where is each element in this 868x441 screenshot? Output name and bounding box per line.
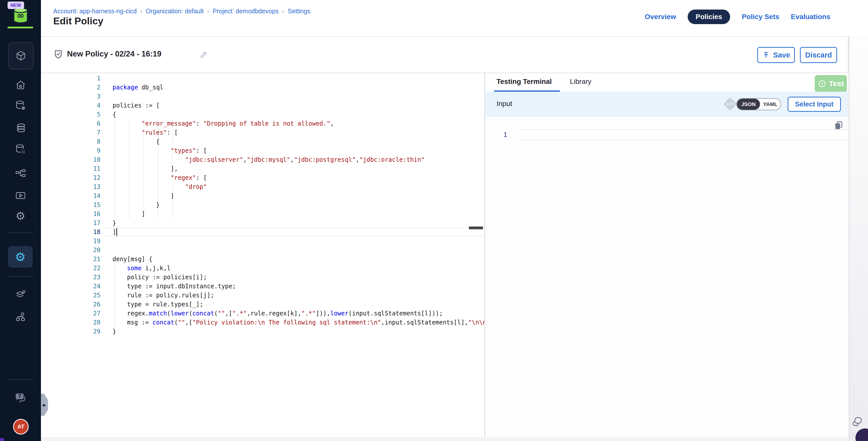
breadcrumb-project[interactable]: Project: demodbdevops — [213, 7, 279, 15]
user-avatar[interactable]: AT — [13, 419, 29, 435]
line-number: 11 — [41, 164, 104, 173]
input-json-editor[interactable]: 1 — [486, 117, 848, 437]
help-button[interactable]: ? — [0, 391, 41, 404]
code-line[interactable] — [113, 74, 485, 83]
play-circle-icon — [818, 80, 826, 88]
input-line-number: 1 — [486, 130, 507, 139]
code-line[interactable]: type := input.dbInstance.type; — [113, 282, 485, 291]
code-line[interactable]: } — [113, 327, 485, 336]
code-line[interactable]: } — [113, 200, 485, 210]
line-number: 12 — [41, 173, 104, 182]
line-number: 2 — [41, 83, 104, 92]
rego-code-editor[interactable]: 1234567891011121314151617181920212223242… — [41, 73, 485, 437]
sidebar-item-default-settings[interactable] — [0, 289, 41, 301]
line-number: 27 — [41, 309, 104, 318]
code-line[interactable]: ] — [113, 210, 485, 219]
harness-dbdevops-logo[interactable]: ∞ — [0, 7, 41, 24]
logo-underline — [7, 27, 33, 28]
select-input-label: Select Input — [795, 100, 833, 108]
sidebar-item-module-cube[interactable] — [8, 42, 34, 69]
feedback-button[interactable] — [851, 415, 864, 429]
code-line[interactable]: some i,j,k,l — [113, 264, 485, 273]
sidebar-nav: NEW ∞ — [0, 0, 41, 441]
chat-fab-partial[interactable] — [856, 429, 868, 441]
toggle-yaml[interactable]: YAML — [760, 99, 781, 110]
breadcrumb-separator: › — [207, 8, 209, 15]
code-line[interactable]: ] — [113, 227, 485, 237]
sidebar-item-executions[interactable] — [0, 190, 41, 201]
sidebar-item-project-settings[interactable]: ⚙ — [0, 211, 41, 221]
code-line[interactable]: regex.match(lower(concat("",[".*",rule.r… — [113, 309, 485, 318]
home-icon — [15, 79, 26, 91]
code-line[interactable]: "types": [ — [113, 146, 485, 155]
code-content[interactable]: package db_sqlpolicies := [{ "error_mess… — [113, 74, 485, 336]
tab-library[interactable]: Library — [570, 77, 591, 86]
line-number: 18 — [41, 227, 104, 237]
sidebar-item-db-instances[interactable] — [0, 144, 41, 155]
breadcrumb: Account: app-harness-ng-cicd › Organizat… — [53, 7, 310, 15]
play-media-icon — [15, 190, 26, 201]
tab-policies[interactable]: Policies — [688, 9, 731, 24]
sidebar-item-home[interactable] — [0, 79, 41, 91]
svg-text:?: ? — [18, 393, 21, 399]
database-grid-icon — [15, 144, 26, 155]
shield-check-icon — [53, 49, 64, 61]
code-line[interactable]: "regex": [ — [113, 173, 485, 182]
chevron-right-icon: ▶ — [43, 403, 46, 407]
sidebar-divider — [8, 232, 33, 233]
breadcrumb-organization[interactable]: Organization: default — [146, 7, 204, 15]
testing-panel-tabs: Testing Terminal Library Test — [486, 73, 848, 92]
org-gear-icon — [15, 311, 26, 322]
code-line[interactable]: "drop" — [113, 182, 485, 191]
sidebar-item-settings-active[interactable]: ⚙ — [8, 246, 33, 268]
code-line[interactable]: ], — [113, 164, 485, 173]
text-cursor — [116, 228, 117, 236]
code-line[interactable]: { — [113, 137, 485, 146]
code-line[interactable] — [113, 237, 485, 246]
svg-text:∞: ∞ — [17, 10, 24, 21]
upload-arrow-icon — [762, 51, 770, 59]
code-line[interactable]: "error_message": "Dropping of table is n… — [113, 119, 485, 128]
code-line[interactable]: msg := concat("",["Policy violation:\n T… — [113, 318, 485, 327]
sidebar-item-db-stack[interactable] — [0, 122, 41, 134]
edit-policy-name-button[interactable] — [199, 50, 209, 61]
sidebar-item-pipelines[interactable] — [0, 168, 41, 180]
line-number: 20 — [41, 246, 104, 255]
code-line[interactable]: "rules": [ — [113, 128, 485, 137]
policy-toolbar: New Policy - 02/24 - 16:19 Save Discard — [41, 37, 848, 73]
tab-overview[interactable]: Overview — [645, 13, 676, 21]
code-line[interactable]: package db_sql — [113, 83, 485, 92]
tab-evaluations[interactable]: Evaluations — [791, 13, 830, 21]
policy-editor-card: 1234567891011121314151617181920212223242… — [41, 73, 848, 437]
chat-widget-fragment — [0, 438, 4, 441]
breadcrumb-account[interactable]: Account: app-harness-ng-cicd — [53, 7, 136, 15]
line-number: 9 — [41, 146, 104, 155]
database-gear-icon — [15, 100, 26, 111]
toggle-json[interactable]: JSON — [737, 99, 760, 110]
code-line[interactable]: ] — [113, 191, 485, 200]
line-number: 1 — [41, 74, 104, 83]
sidebar-divider — [8, 379, 33, 380]
code-line[interactable]: } — [113, 219, 485, 227]
discard-button[interactable]: Discard — [800, 47, 837, 63]
code-line[interactable]: policies := [ — [113, 101, 485, 110]
sidebar-item-org-settings[interactable] — [0, 311, 41, 322]
format-toggle[interactable]: JSON YAML — [736, 98, 781, 110]
code-line[interactable]: policy := policies[i]; — [113, 273, 485, 282]
code-line[interactable]: { — [113, 110, 485, 119]
input-active-line[interactable] — [518, 129, 848, 140]
sidebar-item-db-config[interactable] — [0, 100, 41, 111]
code-line[interactable]: rule := policy.rules[j]; — [113, 291, 485, 300]
tab-policy-sets[interactable]: Policy Sets — [742, 13, 779, 21]
breadcrumb-settings[interactable]: Settings — [288, 7, 310, 15]
code-line[interactable] — [113, 92, 485, 101]
code-line[interactable]: type = rule.types[_]; — [113, 300, 485, 309]
select-input-button[interactable]: Select Input — [787, 97, 841, 112]
save-button[interactable]: Save — [757, 47, 795, 63]
code-format-icon: </> — [723, 97, 737, 111]
test-button[interactable]: Test — [815, 75, 847, 92]
code-line[interactable] — [113, 246, 485, 255]
code-line[interactable]: "jdbc:sqlserver","jdbc:mysql","jdbc:post… — [113, 155, 485, 164]
code-line[interactable]: deny[msg] { — [113, 255, 485, 264]
tab-testing-terminal[interactable]: Testing Terminal — [497, 77, 552, 86]
